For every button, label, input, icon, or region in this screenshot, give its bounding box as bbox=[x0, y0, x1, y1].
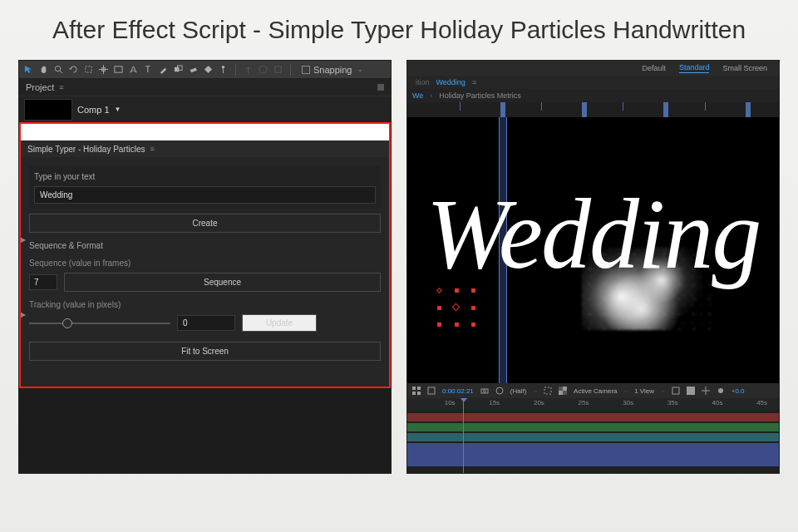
tab-wedding[interactable]: Wedding bbox=[436, 78, 466, 86]
panel-square-icon[interactable] bbox=[377, 84, 384, 91]
roi-icon[interactable] bbox=[544, 387, 552, 395]
svg-rect-14 bbox=[275, 66, 281, 72]
panel-menu-icon[interactable]: ≡ bbox=[59, 83, 63, 91]
collapsed-panel-icon[interactable]: ▶ bbox=[21, 311, 26, 318]
workspace-switcher: Default Standard Small Screen bbox=[407, 61, 779, 76]
timeline-panel[interactable]: 10s 15s 20s 25s 30s 35s 40s 45s bbox=[407, 398, 779, 474]
panel-title-bar: Simple Typer - Holiday Particles ≡ bbox=[21, 140, 389, 157]
axis-local-icon[interactable] bbox=[244, 65, 253, 74]
puppet-tool-icon[interactable] bbox=[219, 65, 228, 74]
snapshot-icon[interactable] bbox=[480, 387, 489, 395]
sequence-button[interactable]: Sequence bbox=[64, 273, 381, 292]
svg-rect-15 bbox=[412, 387, 416, 390]
ruler-label: 35s bbox=[667, 399, 678, 406]
disclosure-triangle-icon[interactable]: ▼ bbox=[115, 106, 121, 113]
ruler-label: 30s bbox=[623, 399, 633, 406]
axis-world-icon[interactable] bbox=[259, 65, 268, 74]
clone-tool-icon[interactable] bbox=[174, 65, 183, 74]
svg-text:T: T bbox=[145, 65, 150, 74]
rotate-tool-icon[interactable] bbox=[84, 65, 93, 74]
rect-tool-icon[interactable] bbox=[114, 65, 123, 74]
brush-tool-icon[interactable] bbox=[159, 65, 168, 74]
pen-tool-icon[interactable] bbox=[129, 65, 138, 74]
svg-rect-19 bbox=[428, 387, 435, 394]
workspace-small[interactable]: Small Screen bbox=[722, 64, 767, 72]
time-ruler-top[interactable] bbox=[407, 102, 779, 117]
svg-rect-27 bbox=[672, 387, 679, 394]
mask-icon[interactable] bbox=[427, 387, 436, 395]
exposure-value[interactable]: +0.0 bbox=[732, 387, 745, 395]
zoom-tool-icon[interactable] bbox=[54, 65, 63, 74]
timeline-playhead[interactable] bbox=[463, 398, 464, 474]
tracking-value-input[interactable] bbox=[177, 315, 235, 331]
panel-menu-icon[interactable]: ≡ bbox=[150, 145, 155, 153]
ruler-label: 25s bbox=[579, 399, 589, 406]
hand-tool-icon[interactable] bbox=[39, 65, 48, 74]
alpha-icon[interactable] bbox=[495, 387, 504, 395]
right-panel: Default Standard Small Screen ition Wedd… bbox=[406, 60, 780, 474]
ruler-label: 40s bbox=[712, 399, 723, 406]
roto-tool-icon[interactable] bbox=[204, 65, 213, 74]
axis-view-icon[interactable] bbox=[273, 65, 283, 74]
tracking-slider-thumb[interactable] bbox=[62, 318, 72, 328]
composition-viewport[interactable]: Wedding bbox=[407, 117, 779, 383]
fit-to-screen-button[interactable]: Fit to Screen bbox=[29, 342, 381, 361]
anchor-tool-icon[interactable] bbox=[99, 65, 108, 74]
svg-rect-10 bbox=[190, 67, 197, 72]
comp-name-label[interactable]: Comp 1 ▼ bbox=[77, 105, 121, 115]
breadcrumb-root[interactable]: We bbox=[412, 91, 423, 100]
tracking-slider[interactable] bbox=[29, 323, 170, 324]
fast-previews-icon[interactable] bbox=[702, 387, 710, 395]
eraser-tool-icon[interactable] bbox=[189, 65, 198, 74]
svg-point-11 bbox=[222, 66, 225, 69]
svg-rect-17 bbox=[412, 392, 416, 395]
transparency-grid-icon[interactable] bbox=[559, 387, 567, 395]
left-panel: T Snapping ⌄ Project ≡ bbox=[18, 60, 392, 474]
type-text-label: Type in your text bbox=[34, 172, 376, 181]
svg-rect-16 bbox=[417, 387, 421, 390]
ruler-label: 45s bbox=[756, 399, 767, 406]
orbit-tool-icon[interactable] bbox=[69, 65, 78, 74]
create-button[interactable]: Create bbox=[29, 214, 381, 233]
update-button[interactable]: Update bbox=[242, 314, 317, 332]
svg-point-21 bbox=[483, 390, 485, 392]
breadcrumb-current[interactable]: Holiday Particles Metrics bbox=[439, 91, 521, 100]
svg-rect-6 bbox=[115, 66, 122, 72]
svg-rect-18 bbox=[417, 392, 421, 395]
sequence-value-input[interactable] bbox=[29, 274, 57, 290]
view-options-icon[interactable] bbox=[672, 387, 680, 395]
workspace-standard[interactable]: Standard bbox=[679, 63, 710, 73]
svg-point-22 bbox=[496, 387, 503, 394]
breadcrumb-arrow-icon: ‹ bbox=[430, 91, 432, 100]
snapping-checkbox[interactable] bbox=[302, 66, 310, 74]
svg-rect-25 bbox=[559, 387, 563, 391]
search-bar[interactable] bbox=[21, 124, 389, 140]
collapsed-panel-icon[interactable]: ▶ bbox=[21, 236, 26, 244]
comp-thumbnail[interactable] bbox=[24, 99, 72, 121]
chevron-down-icon[interactable]: ⌄ bbox=[357, 66, 363, 73]
grid-icon[interactable] bbox=[412, 387, 421, 395]
composition-tab-row: ition Wedding ≡ bbox=[407, 76, 779, 89]
camera-display[interactable]: Active Camera bbox=[574, 387, 617, 395]
resolution-display[interactable]: (Half) bbox=[510, 387, 527, 395]
type-tool-icon[interactable]: T bbox=[144, 65, 153, 74]
panel-menu-icon[interactable]: ≡ bbox=[472, 78, 476, 86]
exposure-icon[interactable] bbox=[717, 387, 725, 395]
svg-rect-8 bbox=[175, 67, 180, 72]
layer-selection-handles[interactable] bbox=[439, 290, 474, 325]
type-text-input[interactable] bbox=[34, 186, 376, 204]
sequence-frames-label: Sequence (value in frames) bbox=[29, 259, 381, 268]
selection-tool-icon[interactable] bbox=[24, 65, 33, 74]
project-panel-tab[interactable]: Project ≡ bbox=[19, 79, 391, 96]
workspace-default[interactable]: Default bbox=[642, 64, 666, 72]
view-count-display[interactable]: 1 View bbox=[634, 387, 654, 395]
timecode-display[interactable]: 0:00:02:21 bbox=[442, 387, 474, 395]
svg-line-1 bbox=[60, 71, 62, 73]
svg-rect-23 bbox=[544, 387, 551, 394]
page-title: After Effect Script - Simple Typer Holid… bbox=[0, 0, 798, 52]
sequence-format-label: Sequence & Format bbox=[29, 241, 381, 250]
ruler-label: 15s bbox=[489, 399, 500, 406]
svg-rect-26 bbox=[563, 391, 567, 395]
pixel-aspect-icon[interactable] bbox=[687, 387, 695, 395]
particle-effect bbox=[582, 247, 715, 330]
